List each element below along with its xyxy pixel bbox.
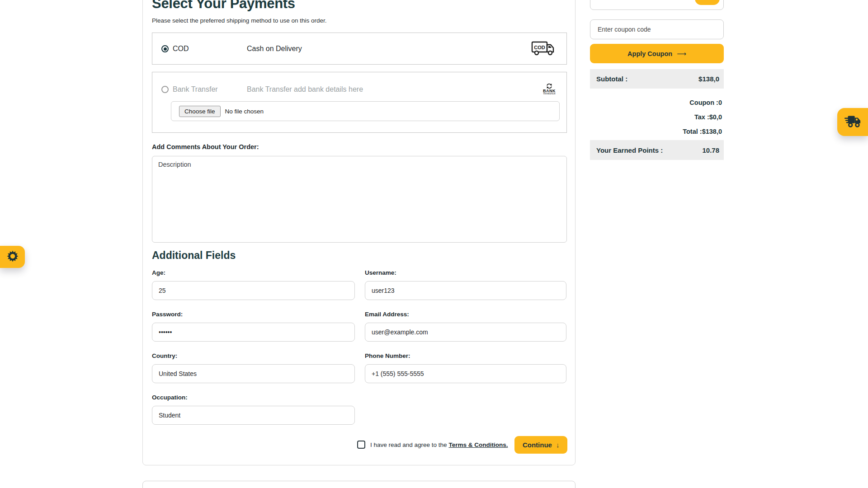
field-occupation: Occupation:	[152, 394, 355, 425]
sidebar-partial-button[interactable]	[695, 0, 720, 5]
truck-icon	[844, 114, 861, 130]
coupon-code-input[interactable]	[590, 19, 724, 39]
country-input[interactable]	[152, 364, 355, 383]
country-label: Country:	[152, 352, 355, 359]
coupon-total-value: 0	[718, 99, 722, 106]
bank-transfer-icon: BANK TRANSFER	[543, 83, 556, 95]
additional-fields-title: Additional Fields	[152, 249, 236, 262]
field-phone: Phone Number:	[365, 352, 566, 383]
continue-arrow-icon: ↓	[556, 441, 560, 449]
payment-option-cod[interactable]: COD Cash on Delivery COD	[152, 33, 567, 65]
shipping-panel-button[interactable]	[837, 108, 868, 136]
gear-icon	[6, 249, 19, 265]
agreement-text: I have read and agree to the Terms & Con…	[370, 441, 508, 448]
phone-label: Phone Number:	[365, 352, 566, 359]
username-input[interactable]	[365, 281, 566, 300]
bank-transfer-label: Bank Transfer	[173, 85, 247, 94]
comments-label: Add Comments About Your Order:	[152, 143, 259, 150]
choose-file-button[interactable]: Choose file	[179, 106, 221, 117]
field-username: Username:	[365, 269, 566, 300]
bank-icon-subword: TRANSFER	[543, 93, 556, 95]
tax-value: $0,0	[709, 113, 722, 121]
additional-fields-grid: Age: Username: Password: Email Address: …	[152, 269, 568, 436]
coupon-total-label: Coupon :	[689, 99, 718, 106]
tax-row: Tax :$0,0	[590, 113, 722, 121]
bank-file-upload[interactable]: Choose file No file chosen	[171, 101, 560, 121]
phone-input[interactable]	[365, 364, 566, 383]
earned-points-label: Your Earned Points :	[596, 146, 663, 154]
bank-transfer-description: Bank Transfer add bank details here	[247, 85, 363, 94]
subtotal-label: Subtotal :	[596, 75, 627, 83]
coupon-total-row: Coupon :0	[590, 99, 722, 106]
continue-button[interactable]: Continue ↓	[514, 436, 567, 454]
total-label: Total :	[683, 128, 702, 135]
continue-label: Continue	[523, 441, 552, 449]
page-subtitle: Please select the preferred shipping met…	[152, 17, 326, 24]
total-row: Total :$138,0	[590, 128, 722, 135]
cod-truck-icon: COD	[531, 39, 556, 58]
age-input[interactable]	[152, 281, 355, 300]
settings-toggle-button[interactable]	[0, 246, 25, 268]
total-value: $138,0	[702, 128, 722, 135]
subtotal-row: Subtotal : $138,0	[590, 69, 724, 89]
agreement-prefix: I have read and agree to the	[370, 441, 448, 448]
password-label: Password:	[152, 311, 355, 318]
svg-text:COD: COD	[534, 44, 545, 50]
comments-textarea[interactable]	[152, 156, 567, 243]
occupation-input[interactable]	[152, 406, 355, 425]
subtotal-value: $138,0	[698, 75, 719, 83]
password-input[interactable]	[152, 323, 355, 342]
cod-radio[interactable]	[161, 45, 169, 52]
earned-points-value: 10.78	[702, 146, 719, 154]
apply-coupon-label: Apply Coupon	[627, 50, 672, 57]
earned-points-row: Your Earned Points : 10.78	[590, 140, 724, 160]
bank-transfer-radio[interactable]	[161, 86, 169, 93]
file-chosen-status: No file chosen	[225, 108, 264, 115]
field-email: Email Address:	[365, 311, 566, 342]
terms-link[interactable]: Terms & Conditions.	[448, 441, 508, 448]
field-country: Country:	[152, 352, 355, 383]
sidebar-partial-box	[590, 0, 724, 10]
email-label: Email Address:	[365, 311, 566, 318]
apply-coupon-button[interactable]: Apply Coupon ⟶	[590, 44, 724, 63]
page-title: Select Your Payments	[152, 0, 295, 12]
username-label: Username:	[365, 269, 566, 276]
apply-coupon-arrow-icon: ⟶	[677, 50, 686, 57]
field-password: Password:	[152, 311, 355, 342]
cod-description: Cash on Delivery	[247, 45, 302, 53]
tax-label: Tax :	[694, 113, 709, 121]
agreement-row: I have read and agree to the Terms & Con…	[357, 436, 567, 454]
occupation-label: Occupation:	[152, 394, 355, 401]
next-section-card	[142, 481, 576, 488]
cod-label: COD	[173, 45, 247, 53]
field-age: Age:	[152, 269, 355, 300]
terms-checkbox[interactable]	[357, 441, 365, 449]
email-input[interactable]	[365, 323, 566, 342]
age-label: Age:	[152, 269, 355, 276]
bank-icon-word: BANK	[543, 89, 556, 93]
